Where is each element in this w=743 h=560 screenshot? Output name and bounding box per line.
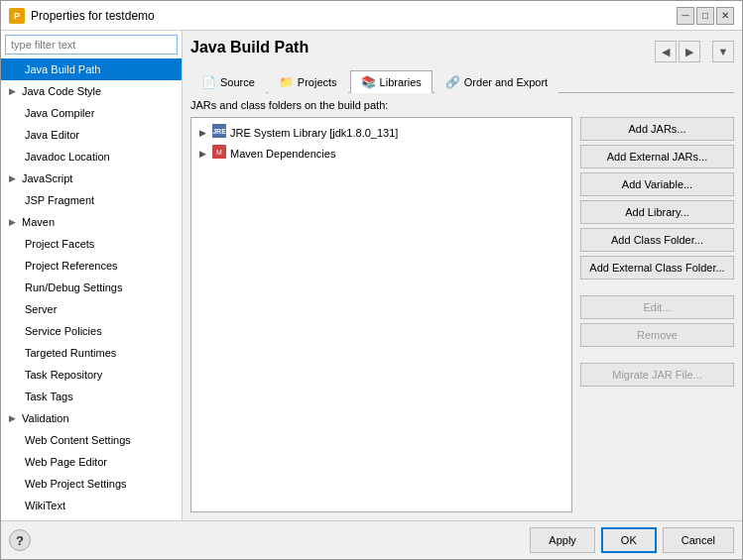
sidebar-item-label: Server bbox=[25, 300, 57, 318]
settings-tree: Java Build Path▶Java Code StyleJava Comp… bbox=[1, 58, 182, 520]
sidebar-item-label: Javadoc Location bbox=[25, 148, 110, 166]
library-type-icon: JRE bbox=[212, 124, 226, 141]
tab-label: Order and Export bbox=[464, 76, 548, 88]
sidebar-item-label: Java Editor bbox=[25, 126, 79, 144]
minimize-button[interactable]: ─ bbox=[677, 7, 694, 25]
action-btn-remove: Remove bbox=[580, 323, 734, 347]
library-item[interactable]: ▶MMaven Dependencies bbox=[195, 143, 567, 164]
left-panel: Java Build Path▶Java Code StyleJava Comp… bbox=[1, 31, 183, 520]
sidebar-item-label: Java Code Style bbox=[22, 82, 101, 100]
tab-icon-libraries: 📚 bbox=[361, 75, 376, 89]
action-btn-add-external-jars-[interactable]: Add External JARs... bbox=[580, 145, 734, 168]
expand-arrow-icon: ▶ bbox=[9, 169, 16, 187]
sidebar-item-web-content-settings[interactable]: Web Content Settings bbox=[1, 429, 182, 451]
nav-dropdown-button[interactable]: ▼ bbox=[712, 41, 734, 62]
sidebar-item-label: Project Facets bbox=[25, 235, 94, 253]
sidebar-item-run/debug-settings[interactable]: Run/Debug Settings bbox=[1, 277, 182, 298]
cancel-button[interactable]: Cancel bbox=[663, 527, 734, 553]
dialog-footer: ? Apply OK Cancel bbox=[1, 520, 742, 559]
sidebar-item-wikitext[interactable]: WikiText bbox=[1, 495, 182, 516]
action-buttons: Add JARs...Add External JARs...Add Varia… bbox=[580, 117, 734, 512]
sidebar-item-label: Maven bbox=[22, 213, 55, 231]
button-spacer bbox=[580, 283, 734, 291]
sidebar-item-label: Web Page Editor bbox=[25, 453, 107, 471]
sidebar-item-project-references[interactable]: Project References bbox=[1, 255, 182, 277]
tab-projects[interactable]: 📁Projects bbox=[268, 70, 348, 93]
sidebar-item-java-build-path[interactable]: Java Build Path bbox=[1, 58, 182, 80]
sidebar-item-label: Task Tags bbox=[25, 388, 73, 405]
button-spacer bbox=[580, 351, 734, 359]
filter-input[interactable] bbox=[5, 35, 178, 55]
sidebar-item-label: Validation bbox=[22, 409, 69, 427]
tab-label: Libraries bbox=[380, 76, 422, 88]
help-button[interactable]: ? bbox=[9, 529, 31, 551]
sidebar-item-label: Run/Debug Settings bbox=[25, 279, 122, 296]
tab-label: Projects bbox=[298, 76, 337, 88]
forward-button[interactable]: ▶ bbox=[679, 41, 700, 62]
sidebar-item-task-repository[interactable]: Task Repository bbox=[1, 364, 182, 386]
dialog-icon: P bbox=[9, 8, 25, 24]
library-type-icon: M bbox=[212, 145, 226, 162]
tab-icon-order and export: 🔗 bbox=[445, 75, 460, 89]
tab-order-and-export[interactable]: 🔗Order and Export bbox=[434, 70, 558, 93]
expand-arrow-icon: ▶ bbox=[9, 82, 16, 100]
page-title: Java Build Path bbox=[190, 39, 309, 56]
sidebar-item-validation[interactable]: ▶Validation bbox=[1, 407, 182, 429]
build-path-tabs: 📄Source📁Projects📚Libraries🔗Order and Exp… bbox=[190, 70, 734, 93]
sidebar-item-jsp-fragment[interactable]: JSP Fragment bbox=[1, 189, 182, 211]
svg-text:JRE: JRE bbox=[212, 128, 226, 135]
tab-libraries[interactable]: 📚Libraries bbox=[350, 70, 433, 93]
tab-label: Source bbox=[220, 76, 255, 88]
action-btn-add-external-class-folder-[interactable]: Add External Class Folder... bbox=[580, 256, 734, 280]
sidebar-item-java-editor[interactable]: Java Editor bbox=[1, 124, 182, 146]
title-bar: P Properties for testdemo ─ □ ✕ bbox=[1, 1, 742, 31]
expand-arrow-icon: ▶ bbox=[9, 213, 16, 231]
sidebar-item-javadoc-location[interactable]: Javadoc Location bbox=[1, 146, 182, 168]
library-item[interactable]: ▶JREJRE System Library [jdk1.8.0_131] bbox=[195, 122, 567, 143]
tree-expand-icon: ▶ bbox=[199, 149, 206, 159]
sidebar-item-java-compiler[interactable]: Java Compiler bbox=[1, 102, 182, 124]
sidebar-item-web-page-editor[interactable]: Web Page Editor bbox=[1, 451, 182, 473]
svg-text:P: P bbox=[14, 11, 20, 21]
action-btn-edit-: Edit... bbox=[580, 295, 734, 319]
close-button[interactable]: ✕ bbox=[716, 7, 734, 25]
sidebar-item-label: JavaScript bbox=[22, 169, 72, 187]
build-path-description: JARs and class folders on the build path… bbox=[190, 99, 734, 111]
sidebar-item-label: Java Build Path bbox=[25, 60, 100, 78]
action-btn-add-library-[interactable]: Add Library... bbox=[580, 200, 734, 224]
sidebar-item-label: Web Project Settings bbox=[25, 475, 127, 493]
ok-button[interactable]: OK bbox=[601, 527, 657, 553]
content-area: ▶JREJRE System Library [jdk1.8.0_131]▶MM… bbox=[190, 117, 734, 512]
apply-button[interactable]: Apply bbox=[530, 527, 595, 553]
maximize-button[interactable]: □ bbox=[696, 7, 714, 25]
back-button[interactable]: ◀ bbox=[655, 41, 677, 62]
tab-icon-source: 📄 bbox=[201, 75, 216, 89]
sidebar-item-label: WikiText bbox=[25, 497, 65, 514]
tab-icon-projects: 📁 bbox=[279, 75, 294, 89]
sidebar-item-java-code-style[interactable]: ▶Java Code Style bbox=[1, 80, 182, 102]
tab-source[interactable]: 📄Source bbox=[190, 70, 266, 93]
action-btn-add-jars-[interactable]: Add JARs... bbox=[580, 117, 734, 141]
action-btn-migrate-jar-file-: Migrate JAR File... bbox=[580, 363, 734, 387]
sidebar-item-javascript[interactable]: ▶JavaScript bbox=[1, 168, 182, 189]
sidebar-item-label: Task Repository bbox=[25, 366, 102, 384]
library-item-label: Maven Dependencies bbox=[230, 148, 335, 160]
sidebar-item-project-facets[interactable]: Project Facets bbox=[1, 233, 182, 255]
sidebar-item-label: Project References bbox=[25, 257, 118, 275]
sidebar-item-label: Java Compiler bbox=[25, 104, 94, 122]
action-btn-add-variable-[interactable]: Add Variable... bbox=[580, 172, 734, 196]
sidebar-item-service-policies[interactable]: Service Policies bbox=[1, 320, 182, 342]
right-panel: Java Build Path ◀ ▶ ▼ 📄Source📁Projects📚L… bbox=[183, 31, 742, 520]
library-tree[interactable]: ▶JREJRE System Library [jdk1.8.0_131]▶MM… bbox=[190, 117, 572, 512]
sidebar-item-server[interactable]: Server bbox=[1, 298, 182, 320]
sidebar-item-label: JSP Fragment bbox=[25, 191, 94, 209]
sidebar-item-label: Targeted Runtimes bbox=[25, 344, 116, 362]
sidebar-item-web-project-settings[interactable]: Web Project Settings bbox=[1, 473, 182, 495]
properties-dialog: P Properties for testdemo ─ □ ✕ Java Bui… bbox=[0, 0, 743, 560]
library-item-label: JRE System Library [jdk1.8.0_131] bbox=[230, 127, 398, 139]
sidebar-item-task-tags[interactable]: Task Tags bbox=[1, 386, 182, 407]
sidebar-item-maven[interactable]: ▶Maven bbox=[1, 211, 182, 233]
dialog-body: Java Build Path▶Java Code StyleJava Comp… bbox=[1, 31, 742, 520]
sidebar-item-targeted-runtimes[interactable]: Targeted Runtimes bbox=[1, 342, 182, 364]
action-btn-add-class-folder-[interactable]: Add Class Folder... bbox=[580, 228, 734, 252]
